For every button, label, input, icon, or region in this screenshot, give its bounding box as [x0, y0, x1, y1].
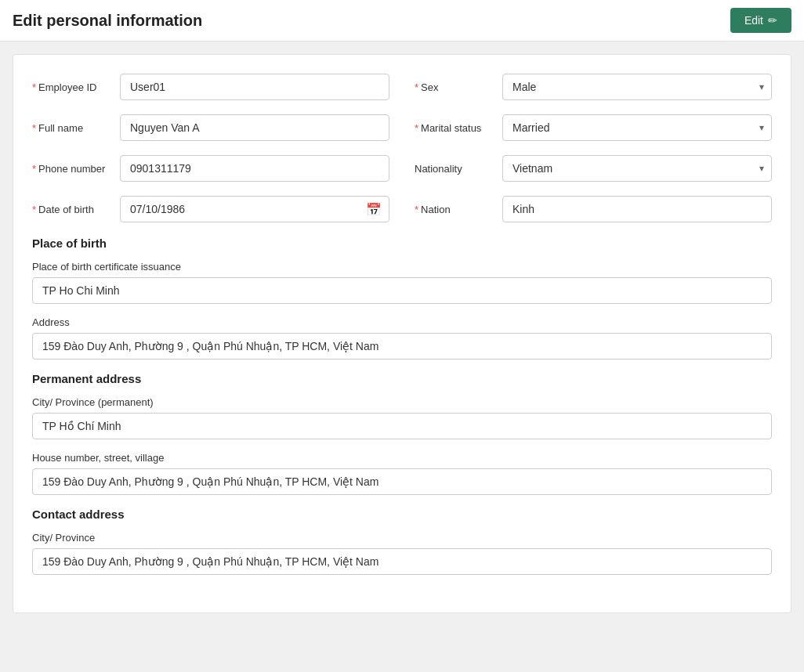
nationality-select-wrapper: Vietnam Other ▾ [502, 155, 772, 182]
address-group: Address [32, 316, 772, 359]
phone-number-label: *Phone number [32, 163, 110, 175]
nation-label: *Nation [415, 204, 493, 215]
phone-number-input[interactable] [120, 155, 389, 182]
date-input-wrapper: 📅 [120, 196, 389, 222]
required-star-name: * [32, 122, 36, 134]
place-of-birth-certificate-group: Place of birth certificate issuance [32, 261, 772, 304]
contact-address-title: Contact address [32, 508, 772, 521]
full-name-label: *Full name [32, 122, 110, 134]
form-row-2: *Full name *Marital status Married Singl… [32, 114, 772, 141]
page-title: Edit personal information [13, 12, 202, 30]
employee-id-group: *Employee ID [32, 74, 389, 100]
date-of-birth-label: *Date of birth [32, 204, 110, 215]
place-of-birth-certificate-label: Place of birth certificate issuance [32, 261, 772, 273]
marital-status-select-wrapper: Married Single Divorced Widowed ▾ [502, 114, 772, 141]
city-province-permanent-input[interactable] [32, 413, 772, 439]
date-of-birth-group: *Date of birth 📅 [32, 196, 389, 222]
required-star-nation: * [415, 204, 418, 215]
edit-button-label: Edit [744, 14, 763, 27]
required-star-marital: * [415, 122, 418, 134]
house-number-street-label: House number, street, village [32, 452, 772, 464]
marital-status-label: *Marital status [415, 122, 493, 134]
form-row-4: *Date of birth 📅 *Nation [32, 196, 772, 222]
required-star-sex: * [415, 81, 418, 93]
edit-button[interactable]: Edit ✏ [730, 8, 791, 33]
place-of-birth-certificate-input[interactable] [32, 277, 772, 304]
sex-label: *Sex [415, 81, 493, 93]
form-row-1: *Employee ID *Sex Male Female Other ▾ [32, 74, 772, 100]
house-number-street-group: House number, street, village [32, 452, 772, 495]
form-row-3: *Phone number Nationality Vietnam Other … [32, 155, 772, 182]
required-star: * [32, 81, 36, 93]
page-wrapper: Edit personal information Edit ✏ *Employ… [0, 0, 804, 672]
city-province-contact-input[interactable] [32, 548, 772, 575]
content-area: *Employee ID *Sex Male Female Other ▾ [13, 54, 791, 613]
city-province-permanent-group: City/ Province (permanent) [32, 396, 772, 439]
employee-id-label: *Employee ID [32, 81, 110, 93]
sex-select-wrapper: Male Female Other ▾ [502, 74, 772, 100]
employee-id-input[interactable] [120, 74, 389, 100]
contact-address-section: Contact address [32, 508, 772, 521]
date-of-birth-input[interactable] [120, 196, 389, 222]
address-label: Address [32, 316, 772, 328]
house-number-street-input[interactable] [32, 468, 772, 495]
sex-select[interactable]: Male Female Other [502, 74, 772, 100]
city-province-contact-label: City/ Province [32, 532, 772, 544]
city-province-permanent-label: City/ Province (permanent) [32, 396, 772, 408]
full-name-input[interactable] [120, 114, 389, 141]
address-input[interactable] [32, 333, 772, 359]
required-star-dob: * [32, 204, 36, 215]
required-star-phone: * [32, 163, 36, 175]
nationality-select[interactable]: Vietnam Other [502, 155, 772, 182]
city-province-contact-group: City/ Province [32, 532, 772, 575]
header: Edit personal information Edit ✏ [0, 0, 804, 42]
sex-group: *Sex Male Female Other ▾ [415, 74, 772, 100]
marital-status-group: *Marital status Married Single Divorced … [415, 114, 772, 141]
calendar-icon[interactable]: 📅 [366, 202, 382, 217]
nationality-label: Nationality [415, 163, 493, 175]
permanent-address-section: Permanent address [32, 372, 772, 385]
nation-group: *Nation [415, 196, 772, 222]
phone-number-group: *Phone number [32, 155, 389, 182]
edit-icon: ✏ [768, 14, 777, 27]
marital-status-select[interactable]: Married Single Divorced Widowed [502, 114, 772, 141]
permanent-address-title: Permanent address [32, 372, 772, 385]
place-of-birth-section: Place of birth [32, 237, 772, 250]
place-of-birth-title: Place of birth [32, 237, 772, 250]
full-name-group: *Full name [32, 114, 389, 141]
nation-input[interactable] [502, 196, 772, 222]
nationality-group: Nationality Vietnam Other ▾ [415, 155, 772, 182]
